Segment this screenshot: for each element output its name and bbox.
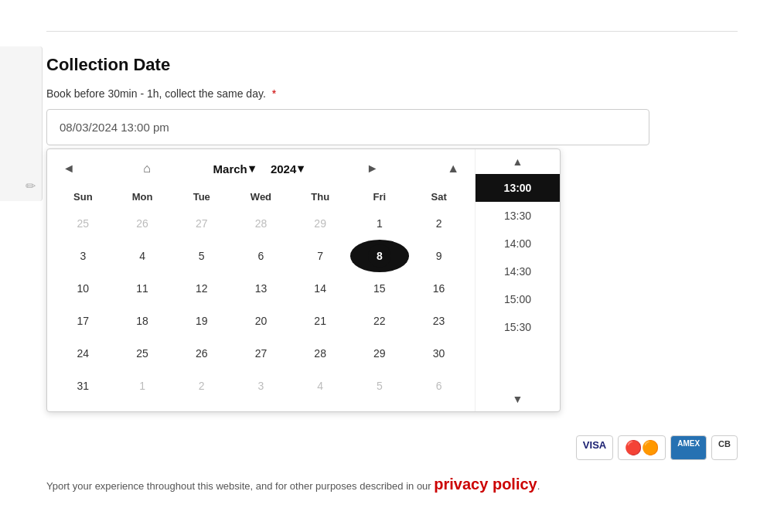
year-selector[interactable]: 2024 ▾	[271, 162, 304, 176]
calendar-row: 252627282912	[53, 207, 469, 240]
calendar-day: 3	[231, 370, 291, 402]
calendar-day[interactable]: 14	[291, 272, 350, 305]
calendar-table: SunMonTueWedThuFriSat 252627282912345678…	[53, 186, 469, 402]
calendar-day[interactable]: 13	[231, 272, 291, 305]
year-label-text: 2024	[271, 162, 296, 176]
weekday-header-row: SunMonTueWedThuFriSat	[53, 186, 469, 207]
calendar-day[interactable]: 6	[231, 240, 291, 272]
privacy-policy-link[interactable]: privacy policy	[434, 476, 537, 493]
month-selector[interactable]: March ▾	[213, 162, 255, 176]
home-button[interactable]: ⌂	[137, 159, 157, 179]
date-input[interactable]: 08/03/2024 13:00 pm	[46, 109, 649, 145]
footer-area: VISA 🔴🟠 AMEX CB Yport your experience th…	[46, 435, 738, 493]
helper-text: Book before 30min - 1h, collect the same…	[46, 87, 738, 100]
weekday-thu: Thu	[291, 186, 350, 207]
calendar-day[interactable]: 23	[409, 305, 469, 337]
calendar-day: 26	[113, 207, 172, 240]
time-scroll-down-button[interactable]: ▼	[476, 387, 560, 411]
calendar-day[interactable]: 11	[113, 272, 172, 305]
pencil-icon: ✏	[26, 179, 36, 193]
calendar-row: 24252627282930	[53, 337, 469, 370]
time-up-button[interactable]: ▲	[441, 159, 465, 179]
time-list: 13:0013:3014:0014:3015:0015:30	[476, 174, 560, 387]
calendar-day: 28	[231, 207, 291, 240]
calendar-panel: ◄ ⌂ March ▾ 2024 ▾ ► ▲	[47, 149, 475, 411]
calendar-day[interactable]: 20	[231, 305, 291, 337]
year-dropdown-arrow: ▾	[298, 162, 304, 176]
calendar-day: 6	[409, 370, 469, 402]
calendar-day[interactable]: 2	[409, 207, 469, 240]
weekday-tue: Tue	[172, 186, 231, 207]
time-option[interactable]: 14:00	[476, 230, 560, 257]
weekday-mon: Mon	[113, 186, 172, 207]
left-scroll-panel: ✏	[0, 46, 43, 201]
calendar-day[interactable]: 1	[350, 207, 410, 240]
calendar-day: 4	[291, 370, 350, 402]
calendar-day[interactable]: 17	[53, 305, 113, 337]
calendar-row: 17181920212223	[53, 305, 469, 337]
calendar-day[interactable]: 25	[113, 337, 172, 370]
calendar-day[interactable]: 28	[291, 337, 350, 370]
cb-icon: CB	[711, 435, 738, 460]
visa-icon: VISA	[576, 435, 613, 460]
weekday-sat: Sat	[409, 186, 469, 207]
section-title: Collection Date	[46, 55, 738, 75]
calendar-body: 2526272829123456789101112131415161718192…	[53, 207, 469, 402]
weekday-sun: Sun	[53, 186, 113, 207]
calendar-day[interactable]: 27	[231, 337, 291, 370]
month-label-text: March	[213, 162, 247, 176]
calendar-day: 5	[350, 370, 410, 402]
calendar-day: 2	[172, 370, 231, 402]
required-asterisk: *	[272, 87, 276, 100]
calendar-nav: ◄ ⌂ March ▾ 2024 ▾ ► ▲	[53, 159, 469, 179]
section-divider	[46, 31, 738, 32]
calendar-row: 10111213141516	[53, 272, 469, 305]
calendar-day[interactable]: 3	[53, 240, 113, 272]
calendar-day[interactable]: 19	[172, 305, 231, 337]
calendar-day[interactable]: 15	[350, 272, 410, 305]
calendar-day[interactable]: 7	[291, 240, 350, 272]
month-year-display: March ▾ 2024 ▾	[213, 162, 305, 176]
date-time-picker: ◄ ⌂ March ▾ 2024 ▾ ► ▲	[46, 148, 561, 412]
calendar-day[interactable]: 10	[53, 272, 113, 305]
mastercard-icon: 🔴🟠	[618, 435, 666, 460]
amex-icon: AMEX	[670, 435, 707, 460]
calendar-day[interactable]: 9	[409, 240, 469, 272]
prev-month-button[interactable]: ◄	[56, 159, 81, 179]
time-option[interactable]: 14:30	[476, 257, 560, 285]
calendar-day[interactable]: 21	[291, 305, 350, 337]
calendar-day: 27	[172, 207, 231, 240]
time-option[interactable]: 13:00	[476, 174, 560, 202]
calendar-row: 31123456	[53, 370, 469, 402]
time-option[interactable]: 15:00	[476, 285, 560, 313]
weekday-wed: Wed	[231, 186, 291, 207]
calendar-day[interactable]: 22	[350, 305, 410, 337]
calendar-day[interactable]: 30	[409, 337, 469, 370]
next-month-button[interactable]: ►	[360, 159, 385, 179]
calendar-day: 29	[291, 207, 350, 240]
calendar-day[interactable]: 16	[409, 272, 469, 305]
weekday-fri: Fri	[350, 186, 410, 207]
calendar-day[interactable]: 29	[350, 337, 410, 370]
time-picker-panel: ▲ 13:0013:3014:0014:3015:0015:30 ▼	[475, 149, 560, 411]
calendar-day[interactable]: 8	[350, 240, 410, 272]
privacy-notice: Yport your experience throughout this we…	[46, 476, 738, 493]
calendar-day: 1	[113, 370, 172, 402]
calendar-day[interactable]: 12	[172, 272, 231, 305]
calendar-day[interactable]: 4	[113, 240, 172, 272]
calendar-day[interactable]: 31	[53, 370, 113, 402]
calendar-day[interactable]: 5	[172, 240, 231, 272]
time-option[interactable]: 15:30	[476, 313, 560, 341]
calendar-day: 25	[53, 207, 113, 240]
time-option[interactable]: 13:30	[476, 202, 560, 230]
calendar-day[interactable]: 24	[53, 337, 113, 370]
calendar-day[interactable]: 18	[113, 305, 172, 337]
calendar-day[interactable]: 26	[172, 337, 231, 370]
month-dropdown-arrow: ▾	[249, 162, 255, 176]
time-scroll-up-button[interactable]: ▲	[476, 149, 560, 174]
calendar-row: 3456789	[53, 240, 469, 272]
